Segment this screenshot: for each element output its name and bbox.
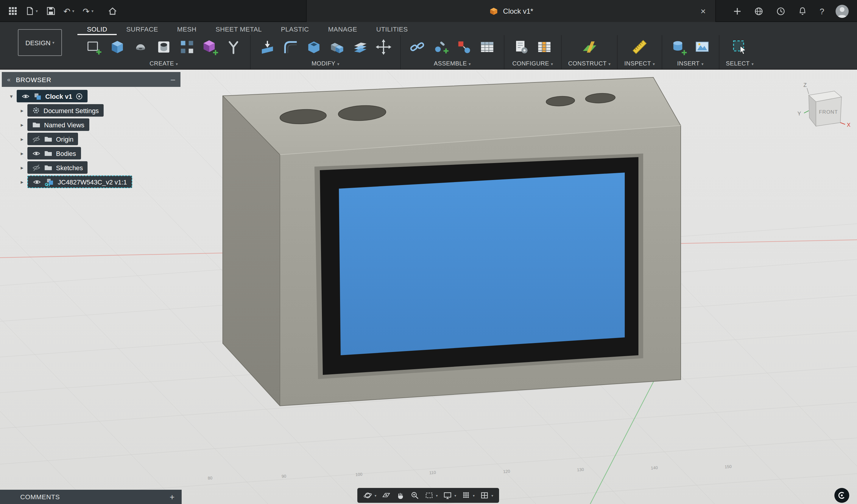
combine-button[interactable] xyxy=(327,37,347,56)
add-comment-button[interactable]: + xyxy=(170,492,174,502)
browser-item-clock-v1[interactable]: Clock v1 xyxy=(17,90,88,102)
select-button[interactable] xyxy=(729,37,750,56)
look-at-button[interactable] xyxy=(382,491,391,500)
offset-face-button[interactable] xyxy=(350,37,370,56)
home-button[interactable] xyxy=(106,5,118,17)
visibility-eye-off-icon[interactable] xyxy=(32,163,40,172)
redo-button[interactable]: ↷ xyxy=(82,6,95,16)
fit-view-icon xyxy=(425,491,434,500)
tab-solid[interactable]: SOLID xyxy=(78,25,117,35)
measure-button[interactable] xyxy=(629,37,650,56)
expand-chevron-icon[interactable]: ▸ xyxy=(18,107,26,114)
account-avatar[interactable] xyxy=(836,4,848,18)
group-label-assemble[interactable]: ASSEMBLE xyxy=(434,60,471,67)
comments-bar[interactable]: COMMENTS + xyxy=(0,490,182,504)
tab-utilities[interactable]: UTILITIES xyxy=(367,25,417,35)
pan-button[interactable] xyxy=(396,491,405,500)
expand-chevron-icon[interactable]: ▸ xyxy=(18,164,26,171)
tab-plastic[interactable]: PLASTIC xyxy=(271,25,319,35)
zoom-button[interactable] xyxy=(410,491,419,500)
browser-item-sketches[interactable]: Sketches xyxy=(28,161,88,174)
expand-chevron-icon[interactable]: ▸ xyxy=(18,179,26,185)
expand-chevron-icon[interactable]: ▸ xyxy=(18,122,26,128)
file-menu-button[interactable] xyxy=(24,5,39,17)
ribbon-toolbar: DESIGN SOLID SURFACE MESH SHEET METAL PL… xyxy=(0,22,857,70)
notifications-button[interactable] xyxy=(797,5,808,17)
minimize-panel-icon[interactable]: – xyxy=(171,75,175,84)
fillet-button[interactable] xyxy=(281,37,301,56)
clock-enclosure-model[interactable] xyxy=(223,77,681,406)
group-label-inspect[interactable]: INSPECT xyxy=(624,60,655,67)
assistant-button[interactable] xyxy=(834,488,849,503)
document-tab[interactable]: Clock v1* × xyxy=(306,0,716,22)
create-form-button[interactable] xyxy=(200,37,220,56)
group-label-insert[interactable]: INSERT xyxy=(677,60,704,67)
tab-manage[interactable]: MANAGE xyxy=(319,25,367,35)
browser-item-bodies[interactable]: Bodies xyxy=(28,147,81,159)
group-label-select[interactable]: SELECT xyxy=(726,60,754,67)
group-label-configure[interactable]: CONFIGURE xyxy=(512,60,553,67)
insert-derive-button[interactable] xyxy=(669,37,689,56)
fit-button[interactable] xyxy=(425,491,438,500)
expand-chevron-icon[interactable]: ▾ xyxy=(8,93,15,99)
close-tab-button[interactable]: × xyxy=(697,0,709,22)
visibility-eye-icon[interactable] xyxy=(21,92,30,100)
bom-table-button[interactable] xyxy=(477,37,497,56)
joint-button[interactable] xyxy=(431,37,451,56)
tab-sheet-metal[interactable]: SHEET METAL xyxy=(206,25,271,35)
new-component-button[interactable] xyxy=(407,37,427,56)
browser-header[interactable]: « BROWSER – xyxy=(2,72,181,87)
expand-chevron-icon[interactable]: ▸ xyxy=(18,136,26,142)
help-button[interactable]: ? xyxy=(818,6,825,16)
shell-button[interactable] xyxy=(304,37,324,56)
expand-chevron-icon[interactable]: ▸ xyxy=(18,150,26,156)
viewports-icon xyxy=(480,491,489,500)
browser-item-origin[interactable]: Origin xyxy=(28,133,78,145)
browser-item-label: Clock v1 xyxy=(45,92,72,100)
grid-ruler-labels: 80 90 100 110 120 130 140 150 xyxy=(207,464,732,481)
tab-surface[interactable]: SURFACE xyxy=(117,25,168,35)
configuration-table-button[interactable] xyxy=(534,37,554,56)
view-cube[interactable]: Z FRONT Y X xyxy=(789,77,856,134)
display-settings-button[interactable] xyxy=(443,491,456,500)
group-create: CREATE xyxy=(78,35,250,69)
press-pull-button[interactable] xyxy=(257,37,278,56)
rectangular-pattern-button[interactable] xyxy=(177,37,197,56)
create-sketch-button[interactable] xyxy=(84,37,104,56)
visibility-eye-icon[interactable] xyxy=(32,149,40,157)
browser-item-document-settings[interactable]: Document Settings xyxy=(28,104,104,117)
data-panel-grid-icon[interactable] xyxy=(7,5,18,17)
undo-button[interactable]: ↶ xyxy=(62,6,75,16)
tab-mesh[interactable]: MESH xyxy=(168,25,206,35)
group-label-create[interactable]: CREATE xyxy=(150,60,178,67)
browser-item-named-views[interactable]: Named Views xyxy=(28,118,89,131)
grid-settings-button[interactable] xyxy=(461,491,475,500)
as-built-joint-button[interactable] xyxy=(454,37,474,56)
browser-row: ▸ Named Views xyxy=(2,118,181,131)
insert-canvas-button[interactable] xyxy=(692,37,712,56)
visibility-eye-off-icon[interactable] xyxy=(32,135,40,143)
configuration-button[interactable] xyxy=(511,37,531,56)
new-document-plus-button[interactable] xyxy=(732,6,743,16)
orbit-button[interactable] xyxy=(363,491,376,500)
construction-plane-button[interactable] xyxy=(579,37,600,56)
pipe-button[interactable] xyxy=(223,37,243,56)
workspace-switcher[interactable]: DESIGN xyxy=(18,29,62,56)
revolve-button[interactable] xyxy=(131,37,151,56)
viewports-button[interactable] xyxy=(480,491,493,500)
visibility-eye-icon[interactable] xyxy=(33,178,41,186)
extrude-button[interactable] xyxy=(107,37,128,56)
orbit-icon xyxy=(363,491,372,500)
move-copy-button[interactable] xyxy=(373,37,394,56)
extensions-button[interactable] xyxy=(753,5,765,17)
hole-button[interactable] xyxy=(154,37,174,56)
activate-component-radio-icon[interactable] xyxy=(76,92,83,100)
group-label-construct[interactable]: CONSTRUCT xyxy=(568,60,611,67)
svg-text:130: 130 xyxy=(577,467,584,472)
save-button[interactable] xyxy=(45,5,56,17)
browser-item-linked-component[interactable]: JC4827W543C_v2 v1:1 xyxy=(28,176,132,188)
collapse-panel-icon[interactable]: « xyxy=(7,76,11,83)
group-label-modify[interactable]: MODIFY xyxy=(312,60,339,67)
job-status-button[interactable] xyxy=(775,5,787,17)
browser-row: ▸ JC4827W543C_v2 v1:1 xyxy=(2,176,181,188)
